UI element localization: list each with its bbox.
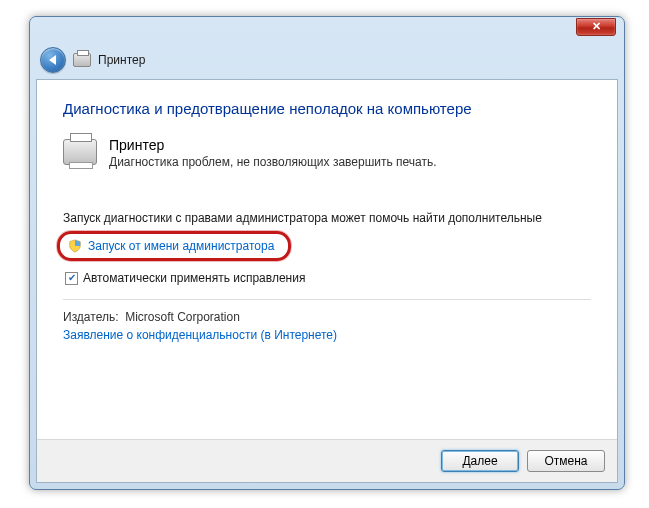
dialog-window: ✕ Принтер Диагностика и предотвращение н…	[29, 16, 625, 490]
auto-apply-checkbox[interactable]: ✔ Автоматически применять исправления	[65, 271, 591, 285]
troubleshooter-section: Принтер Диагностика проблем, не позволяю…	[63, 137, 591, 169]
printer-icon	[73, 53, 91, 67]
run-as-admin-label: Запуск от имени администратора	[88, 239, 274, 253]
printer-icon-large	[63, 139, 97, 165]
divider	[63, 299, 591, 300]
content: Диагностика и предотвращение неполадок н…	[37, 80, 617, 439]
section-title: Принтер	[109, 137, 437, 153]
privacy-link[interactable]: Заявление о конфиденциальности (в Интерн…	[63, 328, 591, 342]
checkbox-icon: ✔	[65, 272, 78, 285]
nav-title: Принтер	[98, 53, 145, 67]
publisher-value: Microsoft Corporation	[125, 310, 240, 324]
client-area: Диагностика и предотвращение неполадок н…	[36, 79, 618, 483]
section-desc: Диагностика проблем, не позволяющих заве…	[109, 155, 437, 169]
shield-icon	[68, 239, 82, 253]
cancel-button[interactable]: Отмена	[527, 450, 605, 472]
nav-header: Принтер	[36, 45, 618, 79]
section-text: Принтер Диагностика проблем, не позволяю…	[109, 137, 437, 169]
back-button[interactable]	[40, 47, 66, 73]
publisher-label: Издатель:	[63, 310, 119, 324]
diagnostic-hint: Запуск диагностики с правами администрат…	[63, 211, 591, 225]
titlebar: ✕	[36, 23, 618, 45]
close-button[interactable]: ✕	[576, 18, 616, 36]
next-button[interactable]: Далее	[441, 450, 519, 472]
run-as-admin-link[interactable]: Запуск от имени администратора	[57, 231, 291, 261]
footer: Далее Отмена	[37, 439, 617, 482]
page-heading: Диагностика и предотвращение неполадок н…	[63, 100, 591, 117]
publisher-row: Издатель: Microsoft Corporation	[63, 310, 591, 324]
checkbox-label: Автоматически применять исправления	[83, 271, 305, 285]
